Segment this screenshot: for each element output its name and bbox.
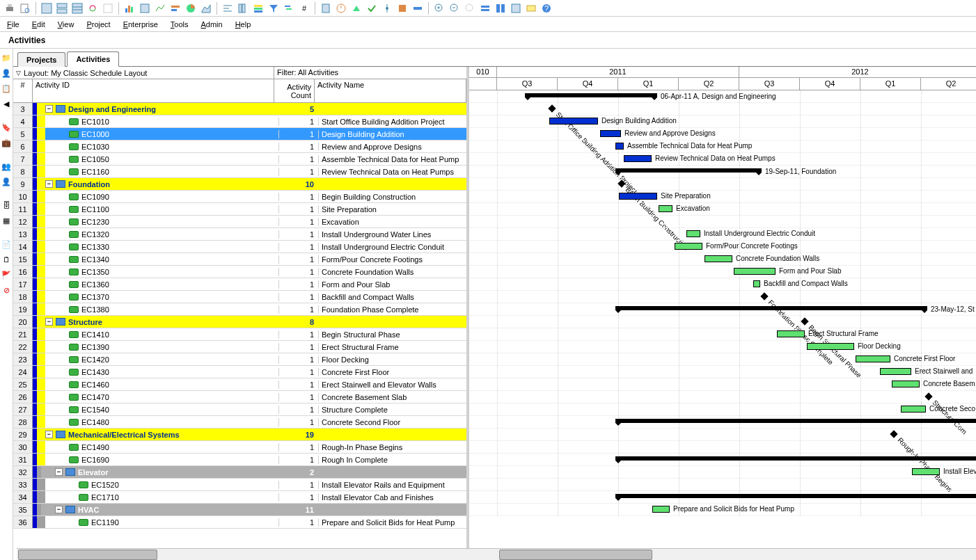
gantt-bar[interactable]: Rough-In Phase Begins [890,430,897,438]
activity-row[interactable]: 15EC13401Form/Pour Concrete Footings [13,253,466,266]
activity-row[interactable]: 26EC14701Concrete Basement Slab [13,391,466,403]
gantt-row[interactable]: Foundation Phase Complete [469,291,976,303]
layout-picker[interactable]: ▽Layout: My Classic Schedule Layout [13,67,274,79]
gantt-row[interactable]: Erect Stairwell and [469,366,976,378]
chart1-icon[interactable] [123,1,136,15]
gantt-row[interactable]: Design Building Addition [469,115,976,128]
gantt-bar[interactable]: Site Preparation [619,193,657,200]
side-brief-icon[interactable]: 💼 [0,136,13,149]
gantt-bar[interactable]: Review and Approve Designs [600,130,621,137]
gantt-row[interactable]: Concrete Basem [469,378,976,391]
activity-row[interactable]: 14EC13301Install Underground Electric Co… [13,241,466,253]
gantt-row[interactable]: Erect Structural Frame [469,328,976,341]
activity-row[interactable]: 36EC11901Prepare and Solicit Bids for He… [13,516,466,529]
gantt-bar[interactable]: Form/Pour Concrete Footings [675,243,702,250]
side-doc-icon[interactable]: 📄 [0,238,13,250]
progress-icon[interactable] [509,1,523,15]
gantt-row[interactable] [469,216,976,228]
wbs-row[interactable]: 32−Elevator2 [13,466,466,479]
gantt-bar[interactable]: Concrete Basem [892,381,920,387]
gantt-row[interactable]: 19-Sep-11, Foundation [469,166,976,178]
table-icon[interactable] [101,1,115,15]
menu-admin[interactable]: Admin [198,19,225,30]
gantt-row[interactable] [469,454,976,466]
activity-row[interactable]: 22EC13901Erect Structural Frame [13,341,466,353]
activity-row[interactable]: 7EC10501Assemble Technical Data for Heat… [13,153,466,166]
collapse-icon[interactable]: − [45,180,53,188]
activity-row[interactable]: 4EC10101Start Office Building Addition P… [13,115,466,128]
gantt-bar[interactable]: Backfill and Compact Walls [753,280,760,287]
side-users-icon[interactable]: 👥 [0,160,13,173]
gantt-bar[interactable]: Foundation Phase Complete [760,292,768,300]
gantt-bar[interactable]: Structure Com [924,392,932,400]
gantt-row[interactable]: Floor Decking [469,341,976,353]
gantt-row[interactable]: Begin Building Construction [469,178,976,191]
gantt-row[interactable]: Begin Structural Phase [469,316,976,328]
gantt-row[interactable] [469,416,976,429]
help-icon[interactable]: ? [540,1,553,15]
gantt-bar[interactable]: Start Office Building Addition Project [548,104,556,112]
gantt-row[interactable]: Backfill and Compact Walls [469,278,976,291]
spread-icon[interactable] [411,1,425,15]
side-user-icon[interactable]: 👤 [0,67,13,79]
gantt-bar[interactable]: Install Elevator R [912,468,940,475]
side-db-icon[interactable]: 🗄 [0,199,13,211]
menu-help[interactable]: Help [233,19,254,30]
collapse-icon[interactable]: − [45,318,53,326]
chart5-icon[interactable] [184,1,198,15]
activity-row[interactable]: 10EC10901Begin Building Construction [13,191,466,203]
side-back-icon[interactable]: ◀ [0,97,13,110]
wbs-row[interactable]: 35−HVAC11 [13,504,466,516]
gantt-bar[interactable]: 19-Sep-11, Foundation [615,168,762,173]
gantt-row[interactable]: Site Preparation [469,191,976,203]
zoom-fit-icon[interactable] [463,1,477,15]
menu-project[interactable]: Project [84,19,113,30]
group-icon[interactable] [251,1,265,15]
gantt-bar[interactable]: Review Technical Data on Heat Pumps [624,155,652,162]
bars-icon[interactable] [282,1,296,15]
side-flag-icon[interactable]: 🚩 [0,269,13,281]
activity-row[interactable]: 24EC14301Concrete First Floor [13,366,466,378]
gantt-row[interactable]: Review Technical Data on Heat Pumps [469,153,976,166]
calc-icon[interactable] [319,1,333,15]
gantt-bar[interactable] [615,419,976,423]
gantt-row[interactable]: Review and Approve Designs [469,128,976,141]
zoom-out-icon[interactable] [448,1,462,15]
activity-row[interactable]: 11EC11001Site Preparation [13,203,466,216]
gantt-bar[interactable]: Prepare and Solicit Bids for Heat Pump [652,506,670,513]
gantt-row[interactable] [469,441,976,454]
chart6-icon[interactable] [199,1,213,15]
schedule-icon[interactable] [334,1,348,15]
collapse-icon[interactable]: − [55,506,63,513]
activity-row[interactable]: 23EC14201Floor Decking [13,353,466,366]
side-grid-icon[interactable]: ▦ [0,214,13,227]
activity-row[interactable]: 33EC15201Install Elevator Rails and Equi… [13,479,466,491]
col-name[interactable]: Activity Name [315,79,466,102]
gantt-bar[interactable] [615,456,976,461]
gantt-bar[interactable]: Begin Structural Phase [801,317,808,325]
menu-tools[interactable]: Tools [168,19,191,30]
menu-view[interactable]: View [55,19,77,30]
layout2-icon[interactable] [55,1,69,15]
gantt-row[interactable]: Concrete First Floor [469,353,976,366]
store-icon[interactable] [395,1,409,15]
chart4-icon[interactable] [168,1,182,15]
col-num[interactable]: # [13,79,33,102]
gantt-bar[interactable]: Concrete Seco [901,406,926,413]
activity-row[interactable]: 13EC13201Install Underground Water Lines [13,228,466,241]
gantt-bar[interactable]: Concrete First Floor [856,355,890,362]
level-icon[interactable] [349,1,363,15]
chart3-icon[interactable] [153,1,167,15]
gantt-row[interactable]: Form/Pour Concrete Footings [469,241,976,253]
tab-activities[interactable]: Activities [67,51,119,67]
gantt-row[interactable]: Form and Pour Slab [469,266,976,278]
activity-row[interactable]: 17EC13601Form and Pour Slab [13,278,466,291]
gantt-bar[interactable] [615,494,976,498]
activity-row[interactable]: 19EC13801Foundation Phase Complete [13,303,466,316]
gantt-row[interactable]: Excavation [469,203,976,216]
activity-row[interactable]: 30EC14901Rough-In Phase Begins [13,441,466,454]
gantt-bar[interactable]: Erect Structural Frame [777,330,805,337]
apply-icon[interactable] [365,1,379,15]
commit-icon[interactable] [380,1,394,15]
side-tag-icon[interactable]: 🔖 [0,121,13,134]
